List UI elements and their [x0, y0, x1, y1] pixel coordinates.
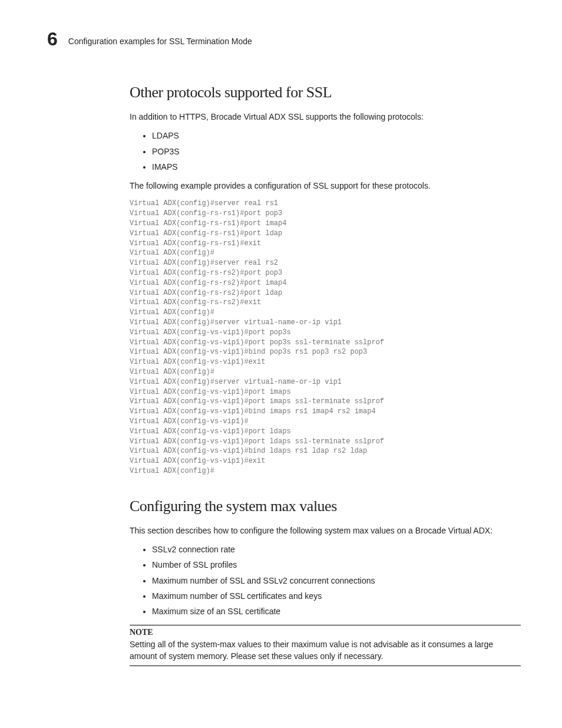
- note-block: NOTE Setting all of the system-max value…: [130, 625, 521, 667]
- header-section-title: Configuration examples for SSL Terminati…: [68, 37, 252, 46]
- chapter-number: 6: [47, 29, 58, 48]
- section1-intro: In addition to HTTPS, Brocade Virtual AD…: [130, 111, 521, 123]
- list-item: POP3S: [152, 146, 521, 157]
- page-header: 6 Configuration examples for SSL Termina…: [47, 29, 521, 48]
- page-container: 6 Configuration examples for SSL Termina…: [0, 0, 562, 701]
- section2-bullet-list: SSLv2 connection rate Number of SSL prof…: [130, 543, 521, 617]
- note-text: Setting all of the system-max values to …: [130, 638, 521, 663]
- section2-intro: This section describes how to configure …: [130, 525, 521, 536]
- section1-bullet-list: LDAPS POP3S IMAPS: [130, 130, 521, 173]
- content-area: Other protocols supported for SSL In add…: [130, 84, 521, 666]
- list-item: Maximum number of SSL certificates and k…: [152, 590, 521, 602]
- section-heading-other-protocols: Other protocols supported for SSL: [130, 84, 521, 101]
- list-item: SSLv2 connection rate: [152, 543, 521, 555]
- list-item: Number of SSL profiles: [152, 559, 521, 571]
- section1-post-bullets: The following example provides a configu…: [130, 180, 521, 192]
- list-item: Maximum number of SSL and SSLv2 concurre…: [152, 575, 521, 587]
- section-heading-system-max: Configuring the system max values: [130, 498, 521, 515]
- code-block: Virtual ADX(config)#server real rs1 Virt…: [130, 199, 521, 476]
- list-item: Maximum size of an SSL certificate: [152, 605, 521, 617]
- list-item: LDAPS: [152, 130, 521, 141]
- note-label: NOTE: [130, 628, 521, 637]
- list-item: IMAPS: [152, 161, 521, 173]
